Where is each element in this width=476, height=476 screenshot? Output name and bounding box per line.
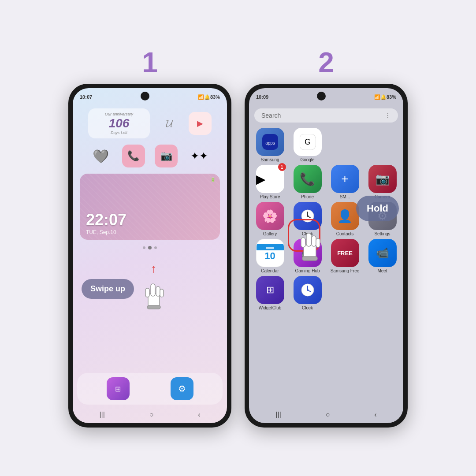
hand-cursor-2 [292, 224, 327, 268]
app-cell-calendar[interactable]: ▬▬ 10 Calendar [253, 239, 287, 273]
app-grid-wrapper: Hold [249, 125, 403, 406]
app-label-gaminghub: Gaming Hub [295, 268, 320, 273]
app-cell-camera2[interactable]: 📷 Camera [365, 165, 400, 199]
nav-back[interactable]: ||| [99, 411, 104, 419]
phone2-time: 10:09 [256, 94, 268, 100]
step-1-number: 1 [142, 48, 158, 77]
app-icon-bixby[interactable]: + [331, 165, 359, 193]
phone2-status-icons: 📶🔔83% [374, 94, 396, 100]
app-icon-phone2[interactable]: 📞 [294, 165, 322, 193]
phone-2: 10:09 📶🔔83% Search ⋮ Hold [245, 84, 408, 428]
app-icon-samsungfree[interactable]: FREE [331, 239, 359, 267]
app-icon-samsung[interactable]: apps [256, 128, 284, 156]
app-label-meet: Meet [377, 268, 387, 273]
app-label-calendar: Calendar [261, 268, 279, 273]
app-cell-google[interactable]: G Google [290, 128, 325, 162]
phone2-status-bar: 10:09 📶🔔83% [249, 88, 403, 104]
app-icon-clock2[interactable] [294, 276, 322, 304]
nav-home[interactable]: ○ [149, 411, 154, 419]
anniversary-days: 106 [94, 116, 144, 130]
app-icon-calendar[interactable]: ▬▬ 10 [256, 239, 284, 267]
nav2-home[interactable]: ○ [326, 411, 330, 419]
svg-text:G: G [304, 138, 310, 146]
media-widget-bg [80, 174, 220, 240]
step-1: 1 10:07 📶🔔83% Our anniversary [68, 48, 231, 428]
app-icon-camera2[interactable]: 📷 [368, 165, 397, 193]
svg-rect-5 [147, 305, 160, 309]
app-icon-contacts[interactable]: 👤 [331, 202, 359, 230]
swipe-up-label: Swipe up [82, 279, 134, 299]
playstore-badge: 1 [278, 163, 286, 171]
phone2-notch [317, 92, 326, 100]
app-label-settings2: Settings [374, 231, 390, 236]
app-icon-youtube[interactable]: ▶ [189, 112, 212, 135]
app-icon-google[interactable]: G [294, 128, 322, 156]
app-cell-gallery[interactable]: 🌸 Gallery [253, 202, 287, 236]
app-icon-playstore[interactable]: ▶ 1 [256, 165, 284, 193]
app-label-google: Google [300, 157, 314, 162]
app-icon-camera[interactable]: 📷 [155, 145, 178, 167]
app-cell-playstore[interactable]: ▶ 1 Play Store [253, 165, 287, 199]
app-label-contacts: Contacts [336, 231, 353, 236]
step-2-number: 2 [318, 48, 334, 77]
phone1-status-icons: 📶🔔83% [198, 94, 220, 100]
app-cell-samsung[interactable]: apps Samsung [253, 128, 287, 162]
phone2-nav-bar: ||| ○ ‹ [249, 406, 403, 423]
main-container: 1 10:07 📶🔔83% Our anniversary [0, 0, 476, 476]
app-label-clock2: Clock [302, 305, 313, 310]
svg-rect-3 [145, 288, 149, 297]
dot-1 [143, 246, 145, 249]
hand-cursor-1 [138, 276, 169, 316]
app-cell-samsungfree[interactable]: FREE Samsung Free [327, 239, 362, 273]
app-icon-heart[interactable]: 🩶 [89, 145, 112, 167]
phone1-nav-bar: ||| ○ ‹ [73, 406, 227, 423]
phone1-dock: ⊞ ⚙ [77, 373, 223, 405]
dock-settings[interactable]: ⚙ [171, 377, 193, 400]
search-placeholder: Search [261, 112, 281, 119]
app-label-widgetclub: WidgetClub [259, 305, 282, 310]
svg-rect-8 [312, 236, 316, 246]
svg-point-23 [307, 289, 309, 291]
svg-rect-11 [302, 257, 317, 260]
app-icon-stars[interactable]: ✦✦ [188, 145, 211, 167]
svg-rect-4 [160, 289, 164, 297]
nav-recents[interactable]: ‹ [198, 411, 200, 419]
app-icon-widgetclub[interactable]: ⊞ [256, 276, 284, 304]
app-icon-phone[interactable]: 📞 [122, 145, 145, 167]
svg-rect-1 [151, 284, 155, 296]
phone-1: 10:07 📶🔔83% Our anniversary 106 Days Lef… [68, 84, 231, 428]
phone1-middle-icon-row: 🩶 📞 📷 ✦✦ [80, 145, 220, 167]
app-cell-widgetclub[interactable]: ⊞ WidgetClub [253, 276, 287, 310]
app-icon-gallery[interactable]: 🌸 [256, 202, 284, 230]
svg-point-19 [307, 215, 309, 217]
search-menu-icon: ⋮ [385, 112, 391, 119]
nav2-recents[interactable]: ‹ [374, 411, 376, 419]
phone-1-screen: 10:07 📶🔔83% Our anniversary 106 Days Lef… [73, 88, 227, 423]
app-label-samsungfree: Samsung Free [331, 268, 360, 273]
media-widget: 🔋 22:07 TUE, Sep.10 [80, 174, 220, 240]
app-cell-clock2[interactable]: Clock [290, 276, 325, 310]
anniversary-sublabel: Days Left [94, 130, 144, 135]
app-icon-meet[interactable]: 📹 [368, 239, 397, 267]
swipe-arrow: ↑ [138, 262, 169, 316]
app-cell-empty2 [365, 128, 400, 162]
dot-2-active [148, 246, 152, 249]
anniversary-widget: Our anniversary 106 Days Left [88, 108, 150, 138]
app-label-samsung: Samsung [260, 157, 279, 162]
app-cell-phone[interactable]: 📞 Phone [290, 165, 325, 199]
app-cell-meet[interactable]: 📹 Meet [365, 239, 400, 273]
app-icon-u[interactable]: 𝓤 [158, 112, 181, 135]
phone1-home-content: Our anniversary 106 Days Left 𝓤 ▶ 🩶 📞 📷 [73, 104, 227, 373]
nav2-back[interactable]: ||| [275, 411, 281, 419]
dock-widgetclub[interactable]: ⊞ [107, 377, 130, 400]
svg-rect-7 [306, 233, 311, 246]
hold-bubble: Hold [356, 196, 399, 221]
svg-rect-10 [316, 238, 320, 247]
search-bar[interactable]: Search ⋮ [254, 108, 398, 123]
app-cell-empty1 [327, 128, 362, 162]
anniversary-label: Our anniversary [94, 112, 144, 116]
svg-rect-2 [156, 286, 160, 296]
app-label-gallery: Gallery [263, 231, 277, 236]
app-cell-bixby[interactable]: + SM... [327, 165, 362, 199]
app-label-phone2: Phone [301, 194, 314, 199]
